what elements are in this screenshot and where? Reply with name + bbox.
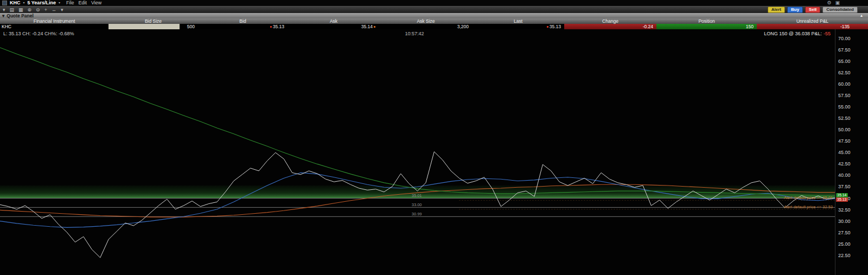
y-axis-tick: 67.50 xyxy=(838,47,851,53)
ask-cell-value: 35.14 xyxy=(361,24,373,29)
level-label: 33.00 xyxy=(412,202,422,207)
app-icon xyxy=(2,1,7,5)
menu-bar: FileEditView xyxy=(66,0,101,6)
consolidated-button[interactable]: Consolidated xyxy=(822,7,858,13)
timeframe-label[interactable]: 5 Years/Line xyxy=(28,0,56,6)
ask-cell[interactable]: 35.14 xyxy=(288,24,380,29)
bid-size-cell-value: 500 xyxy=(187,24,195,29)
y-axis-tick: 52.50 xyxy=(838,116,851,121)
expand-panel-icon[interactable]: ▴ xyxy=(860,13,863,18)
uptick-marker-icon xyxy=(374,26,375,28)
alert-annotation[interactable]: Alert default price <= 32.53 xyxy=(784,204,833,209)
quote-panel-title: Quote Panel xyxy=(7,13,34,18)
sell-button[interactable]: Sell xyxy=(805,7,820,13)
unrealized-pnl-cell-value: -135 xyxy=(840,24,850,29)
y-axis-tick: 45.00 xyxy=(838,150,851,155)
title-bar: KHC ▾ 5 Years/Line ▾ FileEditView ⚙▣ xyxy=(0,0,868,6)
column-header-change[interactable]: Change xyxy=(564,18,656,24)
last-cell[interactable]: 35.13 xyxy=(472,24,564,29)
chart-style-icon[interactable]: ▤ xyxy=(10,7,15,13)
menu-file[interactable]: File xyxy=(66,0,74,6)
y-axis-tick: 27.50 xyxy=(838,230,851,235)
y-axis-tick: 40.00 xyxy=(838,172,851,178)
menu-view[interactable]: View xyxy=(91,0,101,6)
column-header-ask-size[interactable]: Ask Size xyxy=(380,18,472,24)
selected-cell-highlight xyxy=(108,24,180,29)
y-axis-tick: 42.50 xyxy=(838,161,851,167)
chart-canvas xyxy=(0,29,835,275)
last-cell-value: 35.13 xyxy=(550,24,561,29)
series-ma-long-green xyxy=(0,48,835,196)
detach-window-icon[interactable]: ▣ xyxy=(835,0,840,6)
last-price-stats: L: 35.13 CH: -0.24 CH%: -0.68% xyxy=(3,31,74,36)
y-axis-tick: 37.50 xyxy=(838,184,851,189)
bid-cell[interactable]: 35.13 xyxy=(198,24,288,29)
y-axis-tick: 47.50 xyxy=(838,138,851,144)
quote-table-row[interactable]: KHC50035.1335.143,20035.13-0.24150-135 xyxy=(0,24,868,29)
position-summary: LONG 150 @ 36.038 P&L:-55 xyxy=(764,31,831,36)
symbol-dropdown-icon[interactable]: ▾ xyxy=(23,0,25,6)
chart-dropdown-icon[interactable]: ▾ xyxy=(3,7,5,13)
downtick-marker-icon xyxy=(547,26,548,28)
symbol-cell[interactable]: KHC xyxy=(0,24,108,29)
level-label: 30.99 xyxy=(412,212,422,216)
menu-edit[interactable]: Edit xyxy=(78,0,87,6)
chart-toolbar: ▾▤▦⊕⊖+↔▾ AlertBuySellConsolidated xyxy=(0,6,868,13)
crosshair-icon[interactable]: + xyxy=(44,7,47,13)
axis-price-tags: 35.1435.13 xyxy=(836,193,848,202)
bid-cell-value: 35.13 xyxy=(273,24,284,29)
y-axis-tick: 60.00 xyxy=(838,81,851,87)
ask-size-cell[interactable]: 3,200 xyxy=(380,24,472,29)
indicator-grid-icon[interactable]: ▦ xyxy=(18,7,23,13)
ask-size-cell-value: 3,200 xyxy=(457,24,469,29)
column-header-last[interactable]: Last xyxy=(472,18,564,24)
collapse-quote-panel-icon[interactable]: ▾ xyxy=(2,13,4,18)
symbol-label[interactable]: KHC xyxy=(10,0,21,6)
price-axis[interactable]: 70.0067.5065.0062.5060.0057.5055.0052.50… xyxy=(835,29,868,275)
level-label: 35.01 xyxy=(412,193,422,198)
trade-buttons: AlertBuySellConsolidated xyxy=(768,7,865,13)
y-axis-tick: 62.50 xyxy=(838,70,851,75)
zoom-out-icon[interactable]: ⊖ xyxy=(36,7,40,13)
position-cell-value: 150 xyxy=(746,24,754,29)
change-cell[interactable]: -0.24 xyxy=(564,24,656,29)
y-axis-tick: 25.00 xyxy=(838,241,851,247)
axis-price-tag: 35.14 xyxy=(836,193,848,197)
y-axis-tick: 70.00 xyxy=(838,36,851,41)
tws-chart-window: KHC ▾ 5 Years/Line ▾ FileEditView ⚙▣ ▾▤▦… xyxy=(0,0,868,275)
y-axis-tick: 50.00 xyxy=(838,127,851,132)
column-header-unrealized-p-l[interactable]: Unrealized P&L xyxy=(757,18,868,24)
timeframe-dropdown-icon[interactable]: ▾ xyxy=(59,0,60,6)
column-header-bid[interactable]: Bid xyxy=(198,18,288,24)
unrealized-pnl-cell[interactable]: -135 xyxy=(757,24,868,29)
alert-annotation[interactable]: Alert default price >= 35.01 xyxy=(784,195,833,200)
y-axis-tick: 55.00 xyxy=(838,104,851,110)
position-label: LONG 150 @ 36.038 P&L: xyxy=(764,31,822,36)
column-header-bid-size[interactable]: Bid Size xyxy=(108,18,198,24)
cursor-time-label: 10:57:42 xyxy=(405,31,424,36)
settings-gear-icon[interactable]: ⚙ xyxy=(827,0,831,6)
buy-button[interactable]: Buy xyxy=(787,7,803,13)
zoom-in-icon[interactable]: ⊕ xyxy=(28,7,32,13)
pnl-value: -55 xyxy=(824,31,831,36)
bid-size-cell[interactable]: 500 xyxy=(108,24,198,29)
change-cell-value: -0.24 xyxy=(643,24,653,29)
more-tools-icon[interactable]: ▾ xyxy=(61,7,63,13)
title-bar-icons: ⚙▣ xyxy=(827,0,866,6)
chart-plot[interactable]: L: 35.13 CH: -0.24 CH%: -0.68% 10:57:42 … xyxy=(0,29,835,275)
column-header-position[interactable]: Position xyxy=(656,18,757,24)
y-axis-tick: 22.50 xyxy=(838,253,851,258)
y-axis-tick: 57.50 xyxy=(838,93,851,98)
downtick-marker-icon xyxy=(270,26,272,28)
chart-area: L: 35.13 CH: -0.24 CH%: -0.68% 10:57:42 … xyxy=(0,29,868,275)
position-cell[interactable]: 150 xyxy=(656,24,757,29)
tool-icons: ▾▤▦⊕⊖+↔▾ xyxy=(3,7,63,13)
quote-panel-header[interactable]: ▾ Quote Panel ▴ xyxy=(0,13,868,18)
alert-button[interactable]: Alert xyxy=(768,7,785,13)
y-axis-tick: 65.00 xyxy=(838,59,851,64)
pan-icon[interactable]: ↔ xyxy=(52,7,56,13)
column-header-ask[interactable]: Ask xyxy=(288,18,380,24)
y-axis-tick: 30.00 xyxy=(838,219,851,224)
axis-price-tag: 35.13 xyxy=(836,197,848,202)
column-header-financial-instrument[interactable]: Financial Instrument xyxy=(0,18,108,24)
